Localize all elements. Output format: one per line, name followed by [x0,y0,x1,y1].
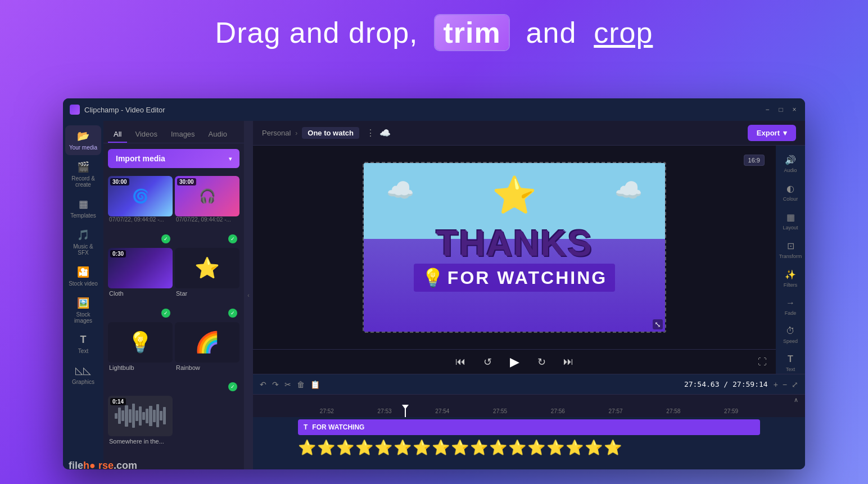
right-panel-item-transform[interactable]: ⊡ Transform [778,236,803,264]
current-time: 27:54.63 [684,380,720,388]
ruler-label-7: 27:59 [724,408,738,414]
watermark-text1: file [69,460,83,471]
record-label: Record & create [67,175,99,188]
forward-button[interactable]: ↻ [532,353,550,371]
templates-label: Templates [70,212,96,219]
close-button[interactable]: × [790,106,798,114]
ruler-mark-2: 27:54 [414,408,472,414]
zoom-minus-button[interactable]: − [783,380,787,389]
tab-all[interactable]: All [108,126,127,143]
right-panel-item-layout[interactable]: ▦ Layout [778,207,803,235]
media-item-cloth[interactable]: 0:30 ✓ Cloth [108,248,173,319]
sidebar-item-templates[interactable]: ▦ Templates [65,193,101,223]
export-button[interactable]: Export ▾ [748,125,796,141]
ruler-mark-7: 27:59 [702,408,760,414]
sidebar-item-text[interactable]: T Text [65,329,101,359]
sidebar-item-your-media[interactable]: 📂 Your media [65,125,101,155]
ruler-marks: 27:52 27:53 27:54 27:55 27:56 27:57 27:5… [298,408,760,414]
right-panel-item-audio[interactable]: 🔊 Audio [778,150,803,178]
ruler-label-0: 27:52 [320,408,334,414]
resize-handle-icon[interactable]: ⤡ [653,319,663,329]
import-btn-row: Import media ▾ [103,143,244,174]
fullscreen-button[interactable]: ⛶ [758,357,767,367]
media-label-audio: Somewhere in the... [108,436,173,446]
sidebar-item-record[interactable]: 🎬 Record & create [65,156,101,192]
copy-button[interactable]: 📋 [310,380,320,389]
zoom-in-button[interactable]: + [774,380,778,389]
lightbulb-in-text: 💡 [422,267,444,288]
for-watching-track[interactable]: T FOR WATCHING [298,419,760,435]
maximize-button[interactable]: □ [777,106,785,114]
sidebar-item-graphics[interactable]: ◺◺ Graphics [65,360,101,390]
timeline-collapse-row[interactable]: ∧ [253,395,805,405]
panel-collapse-handle[interactable]: ‹ [244,121,253,469]
sidebar-item-stock-video[interactable]: 🎦 Stock video [65,261,101,291]
cloud-left-icon: ☁️ [386,177,414,203]
right-panel: 🔊 Audio ◐ Colour ▦ Layout ⊡ Transform [776,146,805,374]
import-media-button[interactable]: Import media ▾ [108,149,239,168]
templates-icon: ▦ [79,198,88,210]
timeline-playhead[interactable] [405,405,406,417]
media-sublabel-1: 07/07/22, 09:44:02 -... [108,216,173,225]
right-panel-item-text[interactable]: T Text [778,350,803,374]
timeline-track-text: T FOR WATCHING [253,417,805,437]
media-label-cloth: Cloth [108,288,173,298]
media-item-audio[interactable]: 0:14 Somewhere in the... [108,396,173,467]
text-label: Text [78,348,88,354]
minimize-button[interactable]: − [763,106,771,114]
media-badge-cloth: 0:30 [110,250,126,257]
redo-button[interactable]: ↷ [272,380,279,389]
star-17: ⭐ [604,439,622,456]
expand-timeline-button[interactable]: ⤢ [792,380,798,389]
header-dots-menu[interactable]: ⋮ [366,128,375,138]
tab-images[interactable]: Images [165,126,201,143]
cut-button[interactable]: ✂ [284,380,291,389]
hero-section: Drag and drop, trim and crop [0,0,868,62]
media-thumb-star: ⭐ [175,248,239,288]
media-item-1[interactable]: 🌀 30:00 ✓ 07/07/22, 09:44:02 -... [108,176,173,246]
sidebar-item-stock-images[interactable]: 🖼️ Stock images [65,292,101,328]
right-panel-item-colour[interactable]: ◐ Colour [778,179,803,206]
video-canvas[interactable]: ☁️ ☁️ ⭐ THANKS 💡 FOR WATCHING [363,162,666,333]
media-sublabel-2: 07/07/22, 09:44:02 -... [175,216,239,225]
star-9: ⭐ [451,439,469,456]
thanks-text: THANKS [436,225,593,261]
collapse-icon: ‹ [247,292,249,298]
ruler-mark-6: 27:58 [645,408,703,414]
colour-panel-label: Colour [783,196,798,202]
watermark-highlight: h● rse [83,460,114,471]
total-time: 27:59:14 [733,380,768,388]
media-label-rainbow: Rainbow [175,363,239,373]
skip-back-button[interactable]: ⏮ [451,353,469,371]
track-t-icon: T [304,423,308,431]
right-panel-item-fade[interactable]: → Fade [778,293,803,320]
right-panel-item-filters[interactable]: ✨ Filters [778,265,803,292]
media-item-rainbow[interactable]: 🌈 ✓ Rainbow [175,322,239,393]
layout-panel-icon: ▦ [786,212,795,223]
ruler-mark-0: 27:52 [298,408,356,414]
right-panel-item-speed[interactable]: ⏱ Speed [778,322,803,349]
skip-forward-button[interactable]: ⏭ [559,353,577,371]
undo-button[interactable]: ↶ [260,380,266,389]
play-button[interactable]: ▶ [505,353,523,371]
track-for-watching-label: FOR WATCHING [312,423,364,431]
tab-videos[interactable]: Videos [129,126,163,143]
delete-button[interactable]: 🗑 [297,380,305,389]
window-controls: − □ × [763,106,798,114]
media-tabs: All Videos Images Audio [103,121,244,143]
star-5: ⭐ [374,439,392,456]
star-15: ⭐ [566,439,584,456]
media-item-2[interactable]: 🎧 30:00 ✓ 07/07/22, 09:44:02 -... [175,176,239,246]
rewind-button[interactable]: ↺ [478,353,496,371]
tab-audio[interactable]: Audio [203,126,233,143]
music-label: Music & SFX [67,243,99,256]
media-item-star[interactable]: ⭐ ✓ Star [175,248,239,319]
breadcrumb-personal[interactable]: Personal [262,129,291,137]
cloud-sync-icon[interactable]: ☁️ [379,128,391,138]
transform-panel-label: Transform [779,254,802,259]
media-item-lightbulb[interactable]: 💡 Lightbulb [108,322,173,393]
breadcrumb-current: One to watch [302,127,359,139]
export-arrow-icon: ▾ [783,129,787,137]
sidebar-item-music[interactable]: 🎵 Music & SFX [65,224,101,260]
ruler-label-2: 27:54 [435,408,449,414]
